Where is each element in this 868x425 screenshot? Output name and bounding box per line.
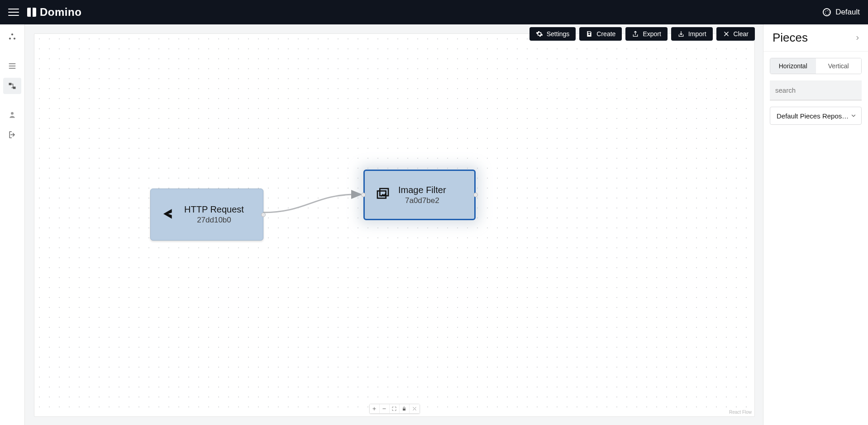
svg-point-2: [14, 38, 15, 39]
close-icon: [723, 30, 730, 38]
workspace-icon: [823, 8, 831, 16]
orientation-vertical[interactable]: Vertical: [816, 58, 862, 74]
panel-header: Pieces: [763, 24, 868, 52]
user-icon: [8, 110, 17, 119]
svg-point-5: [11, 112, 14, 115]
image-stack-icon: [376, 187, 390, 203]
header-left: Domino: [8, 6, 81, 19]
svg-rect-3: [9, 83, 12, 85]
logout-icon: [8, 130, 17, 139]
svg-rect-4: [13, 87, 16, 89]
node-output-port[interactable]: [261, 212, 266, 217]
workspace-label: Default: [835, 8, 860, 17]
node-text: Image Filter 7a0d7be2: [398, 185, 446, 205]
http-icon: [162, 207, 176, 223]
rail-item-list[interactable]: [3, 58, 21, 74]
flow-node-image-filter[interactable]: Image Filter 7a0d7be2: [363, 170, 476, 220]
brand-logo[interactable]: Domino: [27, 6, 81, 19]
app-header: Domino Default: [0, 0, 868, 24]
zoom-in-button[interactable]: [370, 404, 380, 413]
svg-rect-9: [403, 409, 405, 411]
collapse-button[interactable]: [410, 404, 420, 413]
export-label: Export: [643, 30, 661, 38]
workspace-selector[interactable]: Default: [823, 8, 860, 17]
flow-icon: [8, 81, 17, 90]
create-button[interactable]: Create: [579, 27, 622, 41]
rail-item-user[interactable]: [3, 107, 21, 123]
chevron-down-icon: [850, 113, 857, 119]
import-button[interactable]: Import: [671, 27, 713, 41]
node-output-port[interactable]: [473, 193, 478, 197]
node-id-label: 7a0d7be2: [405, 196, 439, 205]
repository-selected-label: Default Pieces Reposit…: [777, 112, 849, 120]
settings-label: Settings: [547, 30, 570, 38]
settings-button[interactable]: Settings: [529, 27, 576, 41]
chevron-right-icon[interactable]: [854, 35, 861, 41]
repository-select[interactable]: Default Pieces Reposit…: [770, 107, 862, 125]
clear-button[interactable]: Clear: [716, 27, 755, 41]
node-title: HTTP Request: [184, 204, 244, 215]
zoom-out-button[interactable]: [380, 404, 390, 413]
canvas-controls: [369, 404, 420, 414]
fit-view-button[interactable]: [390, 404, 400, 413]
logo-mark-icon: [27, 8, 36, 17]
svg-rect-8: [380, 189, 388, 196]
gear-icon: [536, 30, 543, 38]
clear-label: Clear: [734, 30, 749, 38]
rail-item-editor[interactable]: [3, 78, 21, 94]
rail-item-workflows[interactable]: [3, 29, 21, 45]
import-label: Import: [688, 30, 706, 38]
download-icon: [677, 30, 685, 38]
save-icon: [586, 30, 593, 38]
side-rail: [0, 24, 25, 425]
panel-body: Horizontal Vertical Default Pieces Repos…: [763, 52, 868, 131]
node-input-port[interactable]: [361, 193, 366, 197]
orientation-horizontal[interactable]: Horizontal: [770, 58, 816, 74]
export-button[interactable]: Export: [625, 27, 667, 41]
pieces-search-input[interactable]: [770, 80, 862, 100]
edge-1: [34, 34, 754, 416]
create-label: Create: [596, 30, 615, 38]
nodes-icon: [8, 33, 17, 42]
rail-item-logout[interactable]: [3, 127, 21, 143]
lock-button[interactable]: [400, 404, 410, 413]
brand-name: Domino: [40, 6, 81, 19]
pieces-panel: Pieces Horizontal Vertical Default Piece…: [763, 24, 868, 425]
list-icon: [8, 61, 17, 71]
flow-node-http-request[interactable]: HTTP Request 27dd10b0: [150, 189, 263, 241]
flow-canvas[interactable]: HTTP Request 27dd10b0 Image Filter 7a0d7…: [34, 33, 755, 417]
upload-icon: [632, 30, 639, 38]
canvas-toolbar: Settings Create Export Import Clear: [529, 27, 755, 41]
svg-point-0: [11, 33, 13, 35]
canvas-attribution: React Flow: [729, 410, 752, 415]
orientation-toggle: Horizontal Vertical: [770, 58, 862, 74]
body-wrap: Settings Create Export Import Clear: [0, 24, 868, 425]
panel-title: Pieces: [773, 31, 808, 45]
svg-point-1: [9, 38, 11, 39]
node-text: HTTP Request 27dd10b0: [184, 204, 244, 225]
main-column: Settings Create Export Import Clear: [25, 24, 763, 425]
node-id-label: 27dd10b0: [197, 216, 231, 225]
node-title: Image Filter: [398, 185, 446, 195]
menu-icon[interactable]: [8, 7, 19, 18]
canvas-outer: HTTP Request 27dd10b0 Image Filter 7a0d7…: [25, 24, 763, 425]
